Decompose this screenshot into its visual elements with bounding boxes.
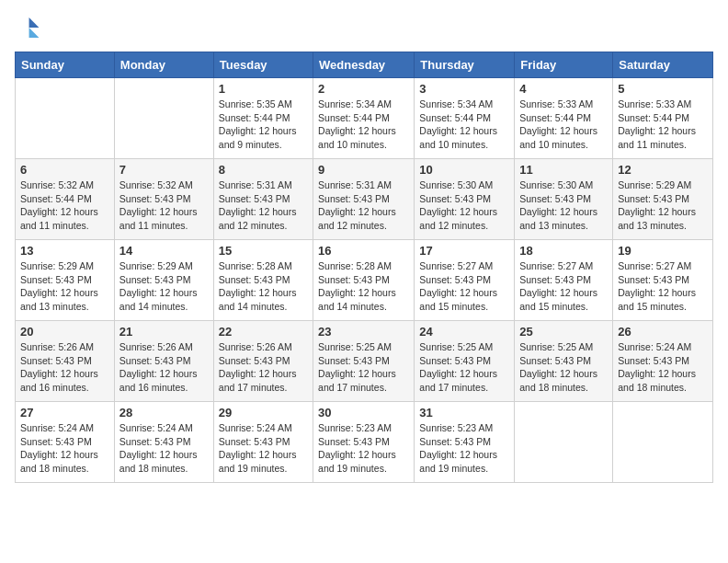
day-info: Sunrise: 5:25 AMSunset: 5:43 PMDaylight:… bbox=[519, 340, 608, 395]
calendar-cell: 23 Sunrise: 5:25 AMSunset: 5:43 PMDaylig… bbox=[313, 321, 415, 402]
day-info: Sunrise: 5:28 AMSunset: 5:43 PMDaylight:… bbox=[219, 259, 308, 314]
day-info: Sunrise: 5:24 AMSunset: 5:43 PMDaylight:… bbox=[20, 421, 109, 476]
calendar-cell: 18 Sunrise: 5:27 AMSunset: 5:43 PMDaylig… bbox=[515, 240, 613, 321]
calendar-week-row: 27 Sunrise: 5:24 AMSunset: 5:43 PMDaylig… bbox=[16, 402, 713, 483]
calendar-cell bbox=[613, 402, 713, 483]
day-number: 28 bbox=[119, 406, 209, 419]
day-number: 29 bbox=[219, 406, 308, 419]
day-number: 13 bbox=[20, 244, 109, 258]
day-number: 15 bbox=[219, 244, 308, 258]
weekday-header: Friday bbox=[515, 52, 613, 78]
calendar-cell: 5 Sunrise: 5:33 AMSunset: 5:44 PMDayligh… bbox=[613, 78, 713, 159]
calendar-week-row: 6 Sunrise: 5:32 AMSunset: 5:44 PMDayligh… bbox=[16, 159, 713, 240]
calendar-week-row: 13 Sunrise: 5:29 AMSunset: 5:43 PMDaylig… bbox=[16, 240, 713, 321]
day-number: 2 bbox=[318, 82, 409, 96]
day-number: 9 bbox=[318, 163, 409, 177]
day-info: Sunrise: 5:24 AMSunset: 5:43 PMDaylight:… bbox=[119, 421, 209, 476]
weekday-header: Saturday bbox=[613, 52, 713, 78]
day-number: 8 bbox=[219, 163, 308, 177]
day-info: Sunrise: 5:27 AMSunset: 5:43 PMDaylight:… bbox=[419, 259, 509, 314]
calendar-cell: 29 Sunrise: 5:24 AMSunset: 5:43 PMDaylig… bbox=[213, 402, 313, 483]
day-info: Sunrise: 5:29 AMSunset: 5:43 PMDaylight:… bbox=[618, 178, 708, 233]
day-info: Sunrise: 5:33 AMSunset: 5:44 PMDaylight:… bbox=[519, 98, 608, 152]
calendar-cell: 26 Sunrise: 5:24 AMSunset: 5:43 PMDaylig… bbox=[613, 321, 713, 402]
day-number: 17 bbox=[419, 244, 509, 258]
page-header bbox=[15, 15, 713, 40]
svg-marker-0 bbox=[29, 17, 40, 28]
day-info: Sunrise: 5:31 AMSunset: 5:43 PMDaylight:… bbox=[318, 178, 409, 233]
calendar-cell: 7 Sunrise: 5:32 AMSunset: 5:43 PMDayligh… bbox=[114, 159, 213, 240]
day-info: Sunrise: 5:24 AMSunset: 5:43 PMDaylight:… bbox=[618, 340, 708, 395]
day-number: 20 bbox=[20, 325, 109, 339]
day-info: Sunrise: 5:35 AMSunset: 5:44 PMDaylight:… bbox=[219, 98, 308, 152]
day-number: 16 bbox=[318, 244, 409, 258]
calendar-cell bbox=[114, 78, 213, 159]
day-number: 14 bbox=[119, 244, 209, 258]
day-number: 6 bbox=[20, 163, 109, 177]
calendar-cell: 2 Sunrise: 5:34 AMSunset: 5:44 PMDayligh… bbox=[313, 78, 415, 159]
day-number: 3 bbox=[419, 82, 509, 96]
day-number: 18 bbox=[519, 244, 608, 258]
day-number: 23 bbox=[318, 325, 409, 339]
day-number: 22 bbox=[219, 325, 308, 339]
calendar-cell: 3 Sunrise: 5:34 AMSunset: 5:44 PMDayligh… bbox=[415, 78, 515, 159]
weekday-header: Tuesday bbox=[213, 52, 313, 78]
day-number: 21 bbox=[119, 325, 209, 339]
svg-marker-1 bbox=[29, 28, 40, 38]
logo bbox=[15, 15, 44, 40]
day-info: Sunrise: 5:29 AMSunset: 5:43 PMDaylight:… bbox=[119, 259, 209, 314]
day-info: Sunrise: 5:32 AMSunset: 5:44 PMDaylight:… bbox=[20, 178, 109, 233]
calendar-cell: 27 Sunrise: 5:24 AMSunset: 5:43 PMDaylig… bbox=[16, 402, 115, 483]
day-number: 30 bbox=[318, 406, 409, 419]
day-info: Sunrise: 5:25 AMSunset: 5:43 PMDaylight:… bbox=[419, 340, 509, 395]
day-info: Sunrise: 5:31 AMSunset: 5:43 PMDaylight:… bbox=[219, 178, 308, 233]
day-info: Sunrise: 5:27 AMSunset: 5:43 PMDaylight:… bbox=[618, 259, 708, 314]
day-info: Sunrise: 5:29 AMSunset: 5:43 PMDaylight:… bbox=[20, 259, 109, 314]
day-number: 24 bbox=[419, 325, 509, 339]
day-number: 4 bbox=[519, 82, 608, 96]
calendar-cell: 24 Sunrise: 5:25 AMSunset: 5:43 PMDaylig… bbox=[415, 321, 515, 402]
calendar-cell: 11 Sunrise: 5:30 AMSunset: 5:43 PMDaylig… bbox=[515, 159, 613, 240]
day-info: Sunrise: 5:26 AMSunset: 5:43 PMDaylight:… bbox=[20, 340, 109, 395]
day-info: Sunrise: 5:34 AMSunset: 5:44 PMDaylight:… bbox=[318, 98, 409, 152]
day-number: 25 bbox=[519, 325, 608, 339]
calendar-cell: 10 Sunrise: 5:30 AMSunset: 5:43 PMDaylig… bbox=[415, 159, 515, 240]
calendar-cell: 4 Sunrise: 5:33 AMSunset: 5:44 PMDayligh… bbox=[515, 78, 613, 159]
calendar-cell: 21 Sunrise: 5:26 AMSunset: 5:43 PMDaylig… bbox=[114, 321, 213, 402]
day-number: 12 bbox=[618, 163, 708, 177]
calendar-week-row: 1 Sunrise: 5:35 AMSunset: 5:44 PMDayligh… bbox=[16, 78, 713, 159]
logo-icon bbox=[15, 15, 40, 40]
calendar-table: SundayMondayTuesdayWednesdayThursdayFrid… bbox=[15, 52, 713, 483]
day-info: Sunrise: 5:27 AMSunset: 5:43 PMDaylight:… bbox=[519, 259, 608, 314]
day-info: Sunrise: 5:23 AMSunset: 5:43 PMDaylight:… bbox=[419, 421, 509, 476]
calendar-week-row: 20 Sunrise: 5:26 AMSunset: 5:43 PMDaylig… bbox=[16, 321, 713, 402]
day-info: Sunrise: 5:23 AMSunset: 5:43 PMDaylight:… bbox=[318, 421, 409, 476]
day-number: 11 bbox=[519, 163, 608, 177]
day-number: 1 bbox=[219, 82, 308, 96]
calendar-cell: 31 Sunrise: 5:23 AMSunset: 5:43 PMDaylig… bbox=[415, 402, 515, 483]
day-number: 10 bbox=[419, 163, 509, 177]
calendar-cell: 19 Sunrise: 5:27 AMSunset: 5:43 PMDaylig… bbox=[613, 240, 713, 321]
calendar-cell: 28 Sunrise: 5:24 AMSunset: 5:43 PMDaylig… bbox=[114, 402, 213, 483]
calendar-cell: 22 Sunrise: 5:26 AMSunset: 5:43 PMDaylig… bbox=[213, 321, 313, 402]
calendar-cell bbox=[16, 78, 115, 159]
day-info: Sunrise: 5:24 AMSunset: 5:43 PMDaylight:… bbox=[219, 421, 308, 476]
weekday-header: Wednesday bbox=[313, 52, 415, 78]
calendar-cell: 6 Sunrise: 5:32 AMSunset: 5:44 PMDayligh… bbox=[16, 159, 115, 240]
calendar-cell: 14 Sunrise: 5:29 AMSunset: 5:43 PMDaylig… bbox=[114, 240, 213, 321]
day-info: Sunrise: 5:28 AMSunset: 5:43 PMDaylight:… bbox=[318, 259, 409, 314]
calendar-header-row: SundayMondayTuesdayWednesdayThursdayFrid… bbox=[16, 52, 713, 78]
calendar-cell: 8 Sunrise: 5:31 AMSunset: 5:43 PMDayligh… bbox=[213, 159, 313, 240]
day-info: Sunrise: 5:25 AMSunset: 5:43 PMDaylight:… bbox=[318, 340, 409, 395]
calendar-cell: 25 Sunrise: 5:25 AMSunset: 5:43 PMDaylig… bbox=[515, 321, 613, 402]
calendar-cell: 15 Sunrise: 5:28 AMSunset: 5:43 PMDaylig… bbox=[213, 240, 313, 321]
day-number: 5 bbox=[618, 82, 708, 96]
day-info: Sunrise: 5:30 AMSunset: 5:43 PMDaylight:… bbox=[419, 178, 509, 233]
day-number: 7 bbox=[119, 163, 209, 177]
weekday-header: Sunday bbox=[16, 52, 115, 78]
day-info: Sunrise: 5:30 AMSunset: 5:43 PMDaylight:… bbox=[519, 178, 608, 233]
calendar-cell: 1 Sunrise: 5:35 AMSunset: 5:44 PMDayligh… bbox=[213, 78, 313, 159]
day-info: Sunrise: 5:34 AMSunset: 5:44 PMDaylight:… bbox=[419, 98, 509, 152]
calendar-cell bbox=[515, 402, 613, 483]
day-number: 31 bbox=[419, 406, 509, 419]
